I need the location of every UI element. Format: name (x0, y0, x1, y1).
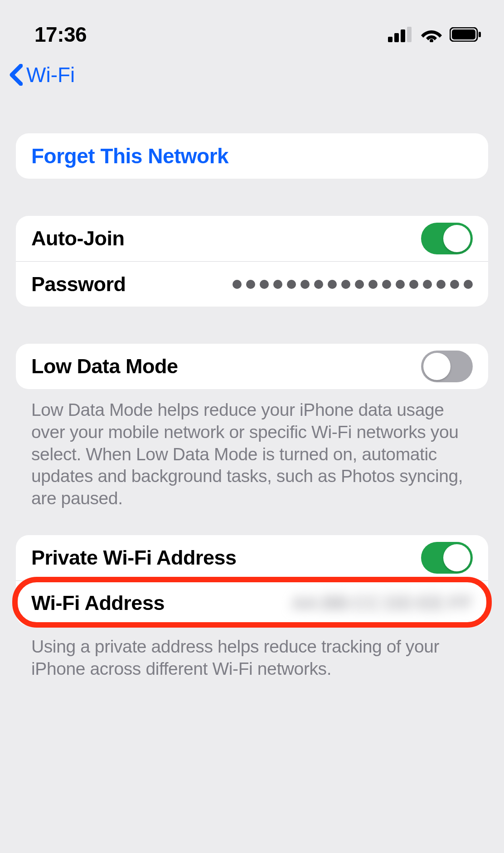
wifi-address-value: AA:BB:CC:DD:EE:FF (292, 592, 473, 614)
autojoin-row: Auto-Join (16, 216, 488, 261)
autojoin-toggle[interactable] (421, 223, 473, 254)
lowdata-toggle[interactable] (421, 351, 473, 382)
chevron-left-icon (9, 64, 23, 86)
autojoin-password-group: Auto-Join Password (16, 216, 488, 307)
lowdata-row: Low Data Mode (16, 344, 488, 389)
content: Forget This Network Auto-Join Password L… (0, 133, 504, 680)
private-address-label: Private Wi-Fi Address (31, 546, 237, 570)
nav-bar: Wi-Fi (0, 50, 504, 92)
forget-group: Forget This Network (16, 133, 488, 179)
battery-icon (450, 27, 481, 42)
private-address-row: Private Wi-Fi Address (16, 535, 488, 580)
lowdata-label: Low Data Mode (31, 355, 178, 378)
cellular-icon (388, 27, 413, 42)
status-icons (388, 27, 481, 42)
forget-network-button[interactable]: Forget This Network (16, 133, 488, 179)
back-button[interactable]: Wi-Fi (9, 63, 75, 87)
password-value-dots (233, 280, 473, 289)
svg-rect-2 (401, 29, 405, 42)
private-address-toggle[interactable] (421, 542, 473, 574)
wifi-icon (421, 27, 442, 42)
svg-rect-7 (479, 32, 481, 37)
lowdata-group: Low Data Mode (16, 344, 488, 389)
lowdata-footer: Low Data Mode helps reduce your iPhone d… (16, 399, 488, 510)
status-time: 17:36 (34, 22, 87, 47)
password-label: Password (31, 273, 126, 296)
status-bar: 17:36 (0, 0, 504, 50)
svg-rect-6 (452, 29, 475, 39)
private-address-footer: Using a private address helps reduce tra… (16, 636, 488, 680)
forget-network-label: Forget This Network (31, 144, 228, 168)
private-address-group: Private Wi-Fi Address Wi-Fi Address AA:B… (16, 535, 488, 626)
svg-rect-3 (407, 27, 412, 42)
wifi-address-row[interactable]: Wi-Fi Address AA:BB:CC:DD:EE:FF (16, 580, 488, 626)
password-row[interactable]: Password (16, 261, 488, 307)
wifi-address-label: Wi-Fi Address (31, 591, 165, 615)
back-label: Wi-Fi (26, 63, 75, 87)
svg-point-4 (430, 39, 433, 42)
svg-rect-0 (388, 37, 393, 42)
svg-rect-1 (394, 33, 399, 42)
autojoin-label: Auto-Join (31, 227, 124, 250)
